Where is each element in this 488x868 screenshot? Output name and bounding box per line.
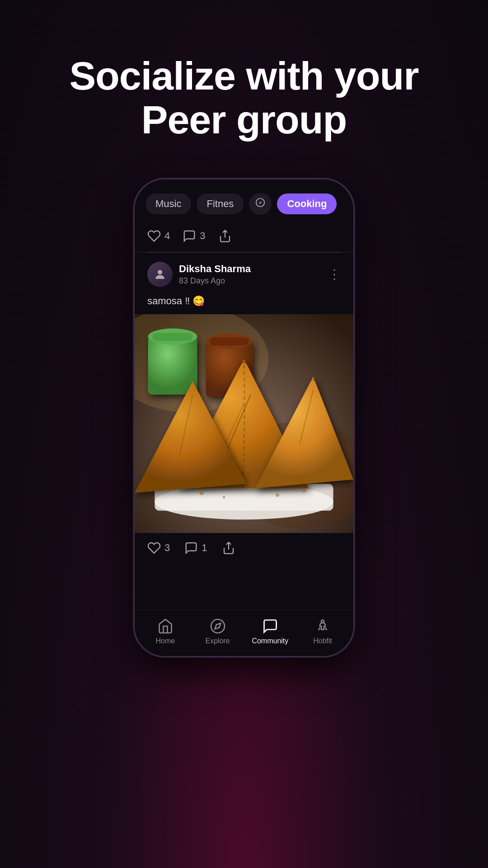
nav-explore-label: Explore <box>206 637 230 645</box>
phone-screen: Music Fitnes Cooking <box>135 179 353 656</box>
post-image <box>135 314 353 533</box>
category-tabs: Music Fitnes Cooking <box>135 179 353 222</box>
svg-point-25 <box>302 489 306 493</box>
author-details: Diksha Sharma 83 Days Ago <box>179 263 251 286</box>
post-time: 83 Days Ago <box>179 276 251 286</box>
like-btn[interactable]: 3 <box>147 541 170 555</box>
tab-music[interactable]: Music <box>145 193 191 214</box>
nav-home[interactable]: Home <box>147 618 183 645</box>
prev-comment-count: 3 <box>200 230 205 242</box>
nav-community[interactable]: Community <box>252 618 288 645</box>
nav-community-label: Community <box>252 637 288 645</box>
food-placeholder <box>135 314 353 533</box>
like-count: 3 <box>164 542 170 554</box>
nav-home-label: Home <box>156 637 175 645</box>
svg-rect-8 <box>148 337 197 395</box>
prev-comment-btn[interactable]: 3 <box>183 229 205 243</box>
tab-fitness[interactable]: Fitnes <box>197 193 244 214</box>
svg-marker-28 <box>215 623 221 629</box>
svg-point-22 <box>199 491 204 495</box>
share-btn[interactable] <box>222 541 235 555</box>
prev-post-footer: 4 3 <box>135 222 353 252</box>
post-header: Diksha Sharma 83 Days Ago ⋮ <box>135 253 353 292</box>
nav-hobfit[interactable]: Hobfit <box>305 618 341 645</box>
nav-explore[interactable]: Explore <box>200 618 236 645</box>
post-caption: samosa ‼️ 😋 <box>135 292 353 315</box>
prev-share-btn[interactable] <box>218 229 232 243</box>
hero-title: Socialize with your Peer group <box>36 54 452 142</box>
more-button[interactable]: ⋮ <box>328 268 341 281</box>
nav-hobfit-label: Hobfit <box>313 637 332 645</box>
svg-rect-13 <box>210 338 249 346</box>
tab-more[interactable] <box>249 193 272 215</box>
prev-like-btn[interactable]: 4 <box>147 229 170 243</box>
phone-frame: Music Fitnes Cooking <box>133 178 355 657</box>
svg-point-27 <box>211 619 225 633</box>
svg-point-23 <box>276 493 279 497</box>
post-card: Diksha Sharma 83 Days Ago ⋮ samosa ‼️ 😋 <box>135 253 353 563</box>
prev-like-count: 4 <box>164 230 170 242</box>
tab-cooking[interactable]: Cooking <box>277 193 337 214</box>
author-info: Diksha Sharma 83 Days Ago <box>147 262 251 287</box>
svg-rect-10 <box>153 333 193 341</box>
hero-section: Socialize with your Peer group <box>0 0 488 169</box>
phone-wrapper: Music Fitnes Cooking <box>0 178 488 657</box>
svg-point-24 <box>223 496 225 499</box>
comment-btn[interactable]: 1 <box>184 541 207 555</box>
comment-count: 1 <box>202 542 207 554</box>
author-avatar <box>147 262 173 287</box>
post-footer: 3 1 <box>135 533 353 563</box>
svg-point-2 <box>158 270 162 274</box>
author-name: Diksha Sharma <box>179 263 251 275</box>
scroll-content[interactable]: 4 3 <box>135 222 353 609</box>
bottom-nav: Home Explore Community <box>135 609 353 656</box>
